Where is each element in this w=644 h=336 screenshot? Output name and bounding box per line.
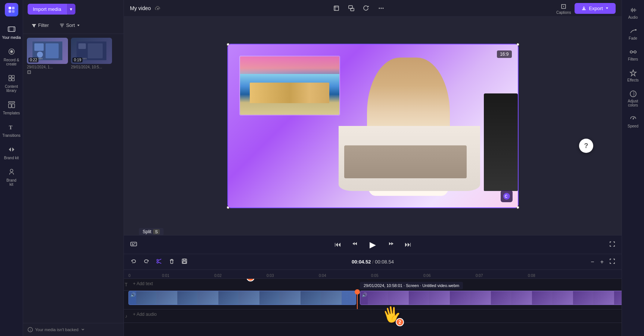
- sort-button[interactable]: Sort: [56, 21, 84, 30]
- sidebar-item-content-library[interactable]: Contentlibrary: [0, 70, 23, 96]
- media-thumb-1[interactable]: Screen 0:22: [27, 38, 68, 64]
- cut-btn[interactable]: [154, 256, 164, 268]
- fit-btn[interactable]: [607, 258, 617, 266]
- sidebar-label-templates: Templates: [3, 111, 20, 115]
- captions-button[interactable]: ⊡ Captions: [556, 2, 571, 15]
- sidebar-label-record: Record &create: [4, 58, 19, 66]
- preview-area: C 16:9 ?: [124, 17, 622, 235]
- rewind-btn[interactable]: [349, 238, 360, 251]
- more-options-btn[interactable]: [375, 3, 388, 13]
- save-btn[interactable]: [179, 256, 190, 268]
- svg-rect-1: [12, 7, 15, 9]
- sidebar-item-templates[interactable]: Templates: [0, 96, 23, 118]
- help-button[interactable]: ?: [579, 139, 593, 153]
- ruler-mark-0: 0: [128, 274, 131, 278]
- left-sidebar: Your media Record &create Contentlibrary…: [0, 0, 23, 336]
- resize-btn[interactable]: [345, 3, 358, 13]
- caption-toggle-btn[interactable]: [130, 240, 137, 249]
- ruler-mark-6: 0:06: [423, 274, 430, 278]
- svg-rect-46: [183, 259, 186, 261]
- right-panel-audio[interactable]: Audio: [622, 3, 644, 22]
- media-date-1: 29/01/2024, 1...: [27, 65, 68, 69]
- app-logo: [5, 3, 18, 16]
- sidebar-item-text[interactable]: T Transitions: [0, 119, 23, 141]
- svg-point-44: [157, 262, 158, 263]
- svg-point-43: [157, 259, 158, 261]
- aspect-ratio-badge[interactable]: 16:9: [497, 50, 511, 58]
- crop-btn[interactable]: [330, 3, 343, 13]
- right-panel-fade[interactable]: Fade: [622, 24, 644, 43]
- svg-rect-2: [9, 10, 11, 13]
- rotate-btn[interactable]: [360, 3, 373, 13]
- skip-forward-btn[interactable]: ⏭: [403, 239, 413, 250]
- sidebar-label-transitions: Brand kit: [4, 156, 19, 160]
- ruler-mark-7: 0:07: [476, 274, 483, 278]
- fade-icon: [629, 27, 637, 35]
- zoom-controls: − +: [588, 258, 617, 266]
- top-bar-center-controls: [330, 3, 388, 13]
- import-media-button[interactable]: Import media: [28, 4, 66, 15]
- filters-icon: [629, 48, 637, 56]
- skip-back-btn[interactable]: ⏮: [333, 239, 343, 250]
- sidebar-item-record-create[interactable]: Record &create: [0, 43, 23, 69]
- add-text-button[interactable]: + Add text: [128, 279, 158, 289]
- sidebar-label-text: Transitions: [2, 133, 21, 138]
- sidebar-item-your-media[interactable]: Your media: [0, 21, 23, 43]
- fullscreen-btn[interactable]: [609, 241, 616, 249]
- svg-point-52: [632, 118, 634, 120]
- media-panel: Import media ▾ Filter Sort: [23, 0, 124, 336]
- zoom-in-btn[interactable]: +: [598, 258, 606, 266]
- svg-point-8: [13, 27, 14, 28]
- playhead[interactable]: [357, 291, 358, 309]
- timeline-tracks: T + Add text 29/01/2024, 10:58:01 · Scre…: [124, 279, 622, 336]
- right-panel-adjust-colors[interactable]: Adjustcolors: [622, 87, 644, 110]
- svg-point-9: [13, 29, 14, 30]
- svg-point-49: [630, 51, 632, 53]
- delete-btn[interactable]: [167, 256, 177, 268]
- svg-rect-23: [34, 43, 44, 51]
- time-display: 00:04.52 / 00:08.54: [352, 259, 394, 265]
- media-thumb-2[interactable]: Screen 0:19: [71, 38, 112, 64]
- svg-rect-39: [582, 9, 586, 10]
- brand-icon: [6, 167, 17, 177]
- svg-rect-14: [12, 75, 14, 78]
- transition-icon: [6, 144, 17, 155]
- filter-button[interactable]: Filter: [28, 21, 53, 30]
- top-right-controls: ⊡ Captions Export: [556, 2, 616, 15]
- right-panel-speed[interactable]: Speed: [622, 112, 644, 131]
- svg-text:i: i: [30, 328, 31, 332]
- video-title: My video: [130, 5, 151, 11]
- svg-rect-24: [46, 43, 59, 58]
- svg-rect-42: [131, 242, 137, 246]
- media-backup-warning[interactable]: i Your media isn't backed: [23, 323, 124, 336]
- ruler-mark-8: 0:08: [528, 274, 535, 278]
- media-item-1: Screen 0:22 29/01/2024, 1...: [27, 38, 68, 74]
- zoom-out-btn[interactable]: −: [588, 258, 596, 266]
- forward-btn[interactable]: [386, 238, 397, 251]
- svg-rect-17: [8, 102, 15, 103]
- add-audio-button[interactable]: + Add audio: [128, 309, 161, 319]
- right-panel-effects[interactable]: Effects: [622, 66, 644, 85]
- svg-rect-47: [183, 261, 186, 263]
- sidebar-item-transitions[interactable]: Brand kit: [0, 141, 23, 163]
- sidebar-item-brand[interactable]: Brandkit: [0, 164, 23, 189]
- right-panel-filters[interactable]: Filters: [622, 45, 644, 64]
- audio-track-row: ♪ + Add audio: [124, 309, 622, 323]
- svg-rect-0: [9, 7, 11, 9]
- right-panel: Audio Fade Filters Effects Adjustcolors …: [622, 0, 644, 336]
- undo-btn[interactable]: [128, 256, 139, 268]
- video-clip-left[interactable]: 🔊: [128, 291, 356, 305]
- redo-btn[interactable]: [141, 256, 152, 268]
- export-button[interactable]: Export: [575, 3, 616, 14]
- import-media-caret[interactable]: ▾: [66, 4, 75, 15]
- speed-icon: [629, 115, 637, 123]
- play-button[interactable]: ▶: [366, 238, 380, 252]
- video-canvas[interactable]: C 16:9: [227, 44, 519, 208]
- ruler-mark-4: 0:04: [319, 274, 326, 278]
- video-clip-right[interactable]: 🔊: [360, 291, 622, 305]
- pip-image[interactable]: [239, 56, 340, 115]
- ruler-mark-2: 0:02: [214, 274, 221, 278]
- svg-rect-18: [8, 104, 11, 108]
- svg-rect-29: [88, 43, 103, 58]
- media-grid: Screen 0:22 29/01/2024, 1...: [23, 34, 124, 323]
